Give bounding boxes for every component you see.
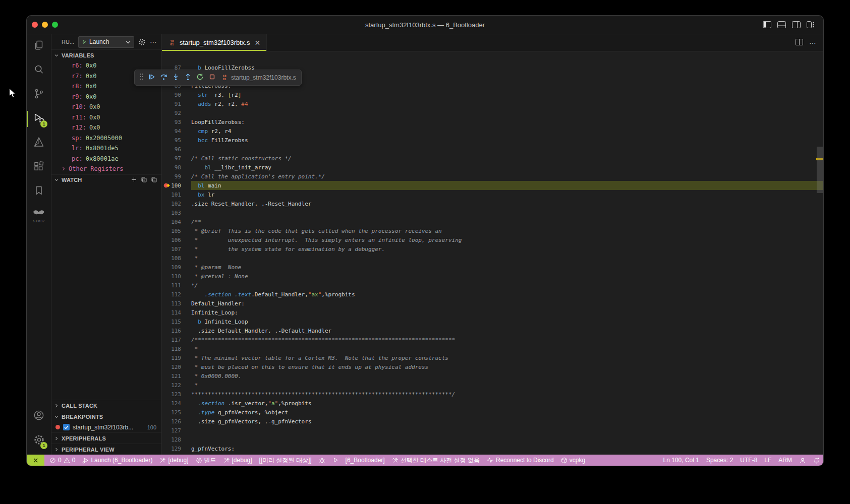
- tab-close-icon[interactable]: ✕: [253, 39, 261, 47]
- split-editor-icon[interactable]: [796, 38, 803, 47]
- activity-extensions[interactable]: [27, 155, 51, 179]
- code-line[interactable]: 100 bl main: [162, 181, 823, 190]
- views-more-actions-icon[interactable]: ⋯: [150, 38, 157, 46]
- code-line[interactable]: 112 .section .text.Default_Handler,"ax",…: [162, 290, 823, 299]
- code-line[interactable]: 97/* Call static constructors */: [162, 154, 823, 163]
- code-line[interactable]: 103: [162, 208, 823, 217]
- toolbar-drag-grip[interactable]: [140, 73, 143, 82]
- scrollbar-slider[interactable]: [817, 147, 823, 193]
- remove-all-watch-icon[interactable]: [141, 176, 147, 184]
- xperipherals-section-header[interactable]: XPERIPHERALS: [51, 432, 161, 444]
- status-cmake-launch[interactable]: Launch (6_Bootloader): [79, 455, 156, 466]
- register-row[interactable]: pc:0x80001ae: [51, 154, 161, 164]
- stop-button[interactable]: [208, 73, 216, 83]
- status-active-project[interactable]: [6_Bootloader]: [342, 455, 388, 466]
- other-registers-row[interactable]: Other Registers: [51, 164, 161, 174]
- register-row[interactable]: r12:0x0: [51, 122, 161, 133]
- status-indentation[interactable]: Spaces: 2: [703, 455, 736, 466]
- launch-configuration-dropdown[interactable]: Launch: [78, 36, 134, 48]
- register-row[interactable]: lr:0x8001de5: [51, 143, 161, 154]
- code-line[interactable]: 105 * @brief This is the code that gets …: [162, 226, 823, 235]
- variables-section-header[interactable]: VARIABLES: [51, 49, 161, 60]
- add-watch-expression-icon[interactable]: [131, 176, 137, 184]
- code-line[interactable]: 119 * The minimal vector table for a Cor…: [162, 353, 823, 362]
- close-button[interactable]: [32, 22, 38, 28]
- code-line[interactable]: 126 .size g_pfnVectors, .-g_pfnVectors: [162, 417, 823, 426]
- peripheral-view-section-header[interactable]: PERIPHERAL VIEW: [51, 444, 161, 455]
- status-test-preset[interactable]: 선택한 테스트 사전 설정 없음: [388, 455, 483, 466]
- code-line[interactable]: 98 bl __libc_init_array: [162, 163, 823, 172]
- current-instruction-breakpoint-icon[interactable]: [163, 182, 171, 189]
- activity-search[interactable]: [27, 58, 51, 83]
- step-into-button[interactable]: [172, 73, 180, 83]
- debug-settings-gear-icon[interactable]: [138, 38, 146, 46]
- activity-run-and-debug[interactable]: 1: [27, 107, 51, 131]
- customize-layout-icon[interactable]: [807, 21, 815, 28]
- code-line[interactable]: 102.size Reset_Handler, .-Reset_Handler: [162, 199, 823, 208]
- status-language-mode[interactable]: ARM: [775, 455, 796, 466]
- status-feedback[interactable]: [796, 455, 810, 466]
- code-line[interactable]: 124 .section .isr_vector,"a",%progbits: [162, 399, 823, 408]
- status-cursor-position[interactable]: Ln 100, Col 1: [660, 455, 703, 466]
- register-row[interactable]: sp:0x20005000: [51, 133, 161, 144]
- activity-stm32[interactable]: STM32: [27, 204, 51, 228]
- code-line[interactable]: 115 b Infinite_Loop: [162, 317, 823, 326]
- code-line[interactable]: 129g_pfnVectors:: [162, 444, 823, 453]
- status-configure-preset[interactable]: [[미리 설정된 대상]]: [256, 455, 315, 466]
- status-eol[interactable]: LF: [761, 455, 775, 466]
- collapse-all-watch-icon[interactable]: [151, 176, 157, 184]
- status-vcpkg[interactable]: vcpkg: [557, 455, 589, 466]
- code-line[interactable]: 94 cmp r2, r4: [162, 127, 823, 136]
- status-debug-variant[interactable]: [debug]: [220, 455, 256, 466]
- code-line[interactable]: 108 *: [162, 254, 823, 263]
- activity-explorer[interactable]: [27, 34, 51, 58]
- toggle-primary-sidebar-icon[interactable]: [763, 21, 771, 28]
- minimize-button[interactable]: [42, 22, 48, 28]
- code-line[interactable]: 125 .type g_pfnVectors, %object: [162, 408, 823, 417]
- breakpoint-row[interactable]: startup_stm32f103rb... 100: [51, 422, 161, 432]
- status-encoding[interactable]: UTF-8: [736, 455, 761, 466]
- toggle-panel-icon[interactable]: [777, 21, 786, 28]
- editor-scrollbar[interactable]: [816, 51, 823, 455]
- code-line[interactable]: 127: [162, 426, 823, 435]
- code-line[interactable]: 118 *: [162, 344, 823, 353]
- code-line[interactable]: 111*/: [162, 281, 823, 290]
- status-run-target[interactable]: [329, 455, 342, 466]
- code-line[interactable]: 99/* Call the application's entry point.…: [162, 172, 823, 181]
- code-line[interactable]: 107 * the system state for examination b…: [162, 244, 823, 254]
- breakpoints-section-header[interactable]: BREAKPOINTS: [51, 411, 161, 422]
- toggle-secondary-sidebar-icon[interactable]: [792, 21, 801, 28]
- code-line[interactable]: 91 adds r2, r2, #4: [162, 99, 823, 108]
- code-line[interactable]: 96: [162, 145, 823, 154]
- code-line[interactable]: 101 bx lr: [162, 190, 823, 199]
- activity-bookmarks[interactable]: [27, 179, 51, 204]
- code-line[interactable]: 121 * 0x0000.0000.: [162, 371, 823, 381]
- restart-button[interactable]: [196, 73, 204, 83]
- code-line[interactable]: 123*************************************…: [162, 390, 823, 399]
- watch-section-header[interactable]: WATCH: [51, 174, 161, 185]
- zoom-button[interactable]: [52, 22, 58, 28]
- step-over-button[interactable]: [160, 73, 167, 83]
- code-line[interactable]: 114Infinite_Loop:: [162, 308, 823, 317]
- status-discord[interactable]: Reconnect to Discord: [483, 455, 557, 466]
- code-line[interactable]: 130: [162, 453, 823, 455]
- continue-button[interactable]: [148, 73, 155, 83]
- step-out-button[interactable]: [184, 73, 192, 83]
- activity-source-control[interactable]: [27, 83, 51, 107]
- code-line[interactable]: 106 * unexpected interrupt. This simply …: [162, 235, 823, 244]
- status-notifications[interactable]: [810, 455, 823, 466]
- status-debug-target[interactable]: [315, 455, 329, 466]
- status-problems[interactable]: 00: [46, 455, 79, 466]
- code-line[interactable]: 116 .size Default_Handler, .-Default_Han…: [162, 326, 823, 335]
- activity-settings[interactable]: 1: [27, 428, 51, 453]
- code-line[interactable]: 95 bcc FillZerobss: [162, 136, 823, 145]
- status-cmake-build[interactable]: 빌드: [192, 455, 220, 466]
- code-line[interactable]: 92: [162, 108, 823, 117]
- register-row[interactable]: r10:0x0: [51, 102, 161, 112]
- code-line[interactable]: 113Default_Handler:: [162, 299, 823, 308]
- status-build-variant[interactable]: [debug]: [156, 455, 192, 466]
- code-line[interactable]: 128: [162, 435, 823, 444]
- code-editor[interactable]: 87 b LoopFillZerobss8889FillZerobss:90 s…: [162, 51, 823, 455]
- register-row[interactable]: r9:0x0: [51, 92, 161, 102]
- breakpoint-checkbox[interactable]: [63, 424, 70, 430]
